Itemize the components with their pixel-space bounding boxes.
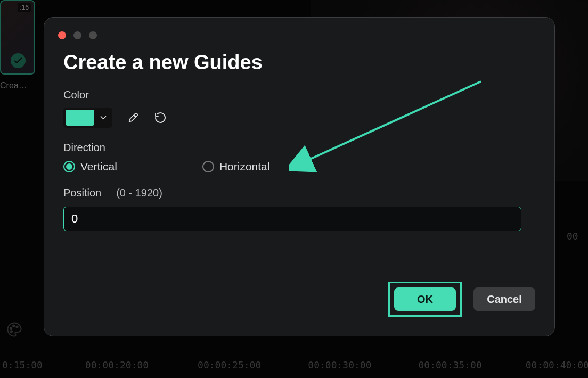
ok-highlight-frame: OK xyxy=(388,282,462,317)
radio-vertical[interactable]: Vertical xyxy=(63,160,117,173)
color-swatch xyxy=(66,110,94,126)
create-guides-dialog: Create a new Guides Color Direction Vert… xyxy=(44,17,555,336)
radio-horizontal-label: Horizontal xyxy=(219,160,270,173)
radio-vertical-label: Vertical xyxy=(80,160,117,173)
color-label: Color xyxy=(63,89,535,101)
eyedropper-button[interactable] xyxy=(127,112,139,124)
window-controls xyxy=(58,31,535,39)
zoom-window-button[interactable] xyxy=(89,31,97,39)
position-label: Position xyxy=(63,187,101,199)
color-picker[interactable] xyxy=(63,108,112,128)
dialog-title: Create a new Guides xyxy=(63,51,535,74)
direction-label: Direction xyxy=(63,142,535,154)
cancel-button[interactable]: Cancel xyxy=(473,287,535,311)
ok-button[interactable]: OK xyxy=(394,287,456,311)
position-range: (0 - 1920) xyxy=(116,187,162,199)
radio-horizontal[interactable]: Horizontal xyxy=(202,160,270,173)
close-window-button[interactable] xyxy=(58,31,66,39)
reset-button[interactable] xyxy=(154,111,167,124)
position-input[interactable] xyxy=(63,207,521,231)
minimize-window-button[interactable] xyxy=(74,31,81,39)
chevron-down-icon xyxy=(99,113,108,122)
